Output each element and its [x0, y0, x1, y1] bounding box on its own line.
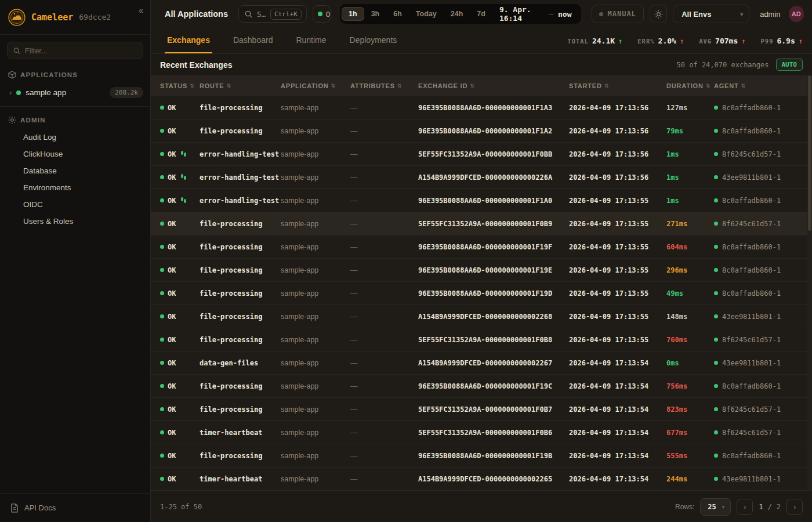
sidebar-item-audit-log[interactable]: Audit Log: [0, 129, 150, 146]
search-placeholder: S…: [257, 10, 266, 19]
table-scrollbar[interactable]: [807, 75, 812, 491]
table-row[interactable]: OK timer-heartbeat sample-app — A154B9A9…: [151, 467, 812, 491]
status-label: OK: [168, 173, 176, 182]
date-to: now: [558, 10, 571, 19]
next-page-button[interactable]: ›: [786, 499, 803, 515]
sidebar-item-clickhouse[interactable]: ClickHouse: [0, 146, 150, 162]
column-header-attributes[interactable]: ATTRIBUTES⇅: [350, 82, 418, 89]
tab-runtime[interactable]: Runtime: [293, 28, 328, 53]
time-range-6h[interactable]: 6h: [386, 7, 409, 21]
filter-input[interactable]: [25, 46, 137, 55]
route-cell: file-processing: [200, 127, 281, 135]
tab-dashboard[interactable]: Dashboard: [231, 28, 276, 53]
agent-status-dot: [714, 175, 718, 179]
expand-chevron-icon[interactable]: ›: [9, 88, 12, 97]
auto-refresh-badge[interactable]: AUTO: [776, 59, 803, 71]
duration-cell: 1ms: [666, 173, 714, 182]
exchange-id-cell: A154B9A999DFCED-0000000000002268: [418, 313, 569, 321]
column-header-agent[interactable]: AGENT⇅: [714, 82, 812, 89]
theme-toggle-button[interactable]: [650, 5, 667, 23]
status-cell: OK: [151, 405, 200, 414]
table-row[interactable]: OK error-handling-test sample-app — 96E3…: [151, 189, 812, 212]
column-header-started[interactable]: STARTED⇅: [569, 82, 666, 89]
agent-cell: 43ee9811b801-1: [714, 359, 812, 367]
status-label: OK: [168, 220, 176, 228]
sort-icon: ⇅: [470, 83, 474, 89]
sidebar-collapse-icon[interactable]: «: [139, 6, 143, 15]
time-range-1h[interactable]: 1h: [342, 7, 364, 21]
table-row[interactable]: OK file-processing sample-app — 96E395B0…: [151, 235, 812, 259]
application-cell: sample-app: [281, 289, 350, 298]
column-header-exchange-id[interactable]: EXCHANGE ID⇅: [418, 82, 569, 89]
time-range-7d[interactable]: 7d: [470, 7, 492, 21]
global-search[interactable]: S… Ctrl+K: [238, 5, 307, 23]
sidebar-item-oidc[interactable]: OIDC: [0, 196, 150, 213]
stat-err-value: 2.0%: [658, 37, 676, 45]
route-cell: error-handling-test: [200, 173, 281, 182]
table-row[interactable]: OK data-gen-files sample-app — A154B9A99…: [151, 351, 812, 375]
table-row[interactable]: OK timer-heartbeat sample-app — 5EF55FC3…: [151, 421, 812, 444]
table-row[interactable]: OK file-processing sample-app — 5EF55FC3…: [151, 398, 812, 421]
status-dot: [160, 106, 164, 110]
prev-page-button[interactable]: ‹: [737, 499, 753, 515]
table-row[interactable]: OK file-processing sample-app — 96E395B0…: [151, 444, 812, 467]
time-range-24h[interactable]: 24h: [444, 7, 470, 21]
table-row[interactable]: OK file-processing sample-app — 96E395B0…: [151, 259, 812, 282]
tab-exchanges[interactable]: Exchanges: [165, 28, 212, 53]
table-row[interactable]: OK file-processing sample-app — 96E395B0…: [151, 375, 812, 398]
exchange-id-cell: 5EF55FC31352A9A-000000000001F0B7: [418, 405, 569, 414]
started-cell: 2026-04-09 17:13:54: [569, 475, 666, 483]
api-docs-link[interactable]: API Docs: [0, 493, 150, 522]
applications-label: APPLICATIONS: [20, 71, 78, 78]
sidebar-spacer: [0, 230, 150, 493]
status-dot: [160, 268, 164, 272]
column-header-application[interactable]: APPLICATION⇅: [281, 82, 350, 89]
table-row[interactable]: OK file-processing sample-app — A154B9A9…: [151, 305, 812, 328]
sidebar-item-database[interactable]: Database: [0, 162, 150, 179]
column-header-duration[interactable]: DURATION⇅: [666, 82, 714, 89]
table-row[interactable]: OK error-handling-test sample-app — 5EF5…: [151, 143, 812, 166]
date-from: 9. Apr. 16:14: [499, 5, 544, 23]
stat-avg-value: 707ms: [715, 37, 738, 45]
stat-total: TOTAL 24.1K ↑: [567, 37, 622, 45]
application-cell: sample-app: [281, 475, 350, 483]
route-cell: file-processing: [200, 104, 281, 112]
time-range-3h[interactable]: 3h: [364, 7, 387, 21]
column-header-route[interactable]: ROUTE⇅: [200, 82, 281, 89]
sidebar-filter[interactable]: [7, 42, 143, 59]
time-range-today[interactable]: Today: [409, 7, 444, 21]
route-cell: file-processing: [200, 382, 281, 390]
table-row[interactable]: OK file-processing sample-app — 96E395B0…: [151, 96, 812, 119]
table-row[interactable]: OK error-handling-test sample-app — A154…: [151, 166, 812, 189]
search-icon: [245, 10, 252, 18]
document-icon: [10, 503, 19, 513]
status-dot: [160, 361, 164, 365]
started-cell: 2026-04-09 17:13:55: [569, 197, 666, 205]
agent-cell: 8f6245c61d57-1: [714, 336, 812, 344]
sidebar-item-sample-app[interactable]: › sample app 208.2k: [0, 84, 150, 104]
next-icon: ›: [793, 502, 796, 512]
duration-cell: 756ms: [666, 382, 714, 390]
table-row[interactable]: OK file-processing sample-app — 5EF55FC3…: [151, 212, 812, 235]
topbar: All Applications S… Ctrl+K O 1h 3h 6h To…: [151, 0, 812, 28]
rows-per-page-select[interactable]: 25 ▾: [700, 498, 731, 516]
manual-mode-button[interactable]: MANUAL: [592, 5, 643, 23]
env-select[interactable]: All Envs ▾: [673, 5, 749, 23]
table-row[interactable]: OK file-processing sample-app — 96E395B0…: [151, 119, 812, 143]
table-row[interactable]: OK file-processing sample-app — 96E395B0…: [151, 282, 812, 305]
attributes-cell: —: [350, 475, 418, 483]
sidebar-item-environments[interactable]: Environments: [0, 179, 150, 196]
exchange-id-cell: 96E395B0088AA6D-000000000001F1A3: [418, 104, 569, 112]
scrollbar-thumb[interactable]: [808, 75, 811, 231]
sort-icon: ⇅: [397, 83, 402, 89]
status-cell: OK: [151, 429, 200, 437]
sidebar-item-users-roles[interactable]: Users & Roles: [0, 213, 150, 230]
route-cell: file-processing: [200, 405, 281, 414]
column-header-status[interactable]: STATUS⇅: [151, 82, 200, 89]
online-status-pill[interactable]: O: [313, 5, 331, 23]
date-range-display[interactable]: 9. Apr. 16:14 – now: [492, 5, 580, 23]
application-cell: sample-app: [281, 150, 350, 158]
table-row[interactable]: OK file-processing sample-app — 5EF55FC3…: [151, 328, 812, 351]
avatar[interactable]: AD: [789, 6, 804, 22]
tab-deployments[interactable]: Deployments: [347, 28, 400, 53]
